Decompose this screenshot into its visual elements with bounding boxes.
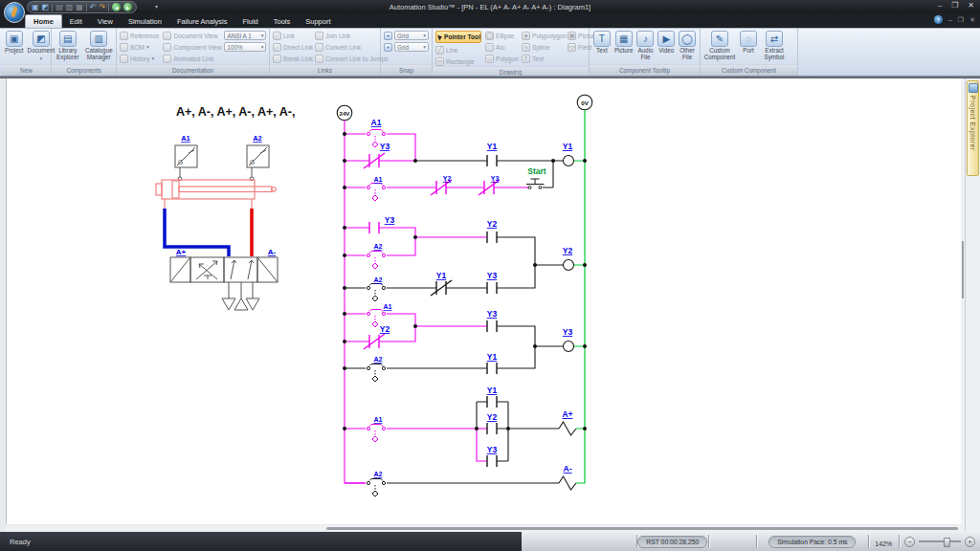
line-tool-button[interactable]: ╱Line: [435, 45, 481, 55]
svg-text:Y1: Y1: [487, 352, 498, 362]
zoom-slider[interactable]: [919, 540, 961, 542]
history-button[interactable]: History▾: [120, 54, 159, 63]
start-pushbutton[interactable]: [526, 179, 545, 189]
svg-text:Y3: Y3: [487, 271, 498, 280]
undo-icon[interactable]: ↶: [90, 4, 97, 11]
switch-a2-rung9: [367, 364, 385, 383]
document-dropdown-icon[interactable]: ▾: [40, 55, 43, 61]
coil-y3[interactable]: [564, 342, 574, 352]
component-view-button[interactable]: Component View: [163, 42, 220, 52]
tab-fluid[interactable]: Fluid: [234, 15, 265, 28]
grid-snap-select[interactable]: Grid▾: [394, 31, 429, 40]
redo-icon[interactable]: ↷: [100, 4, 106, 11]
project-explorer-tab[interactable]: Project Explorer: [967, 80, 979, 176]
tab-edit[interactable]: Edit: [62, 15, 90, 28]
coil-y2[interactable]: [564, 260, 574, 271]
diagram-canvas[interactable]: A+, A-, A+, A-, A+, A-, A1 G A2 G: [6, 78, 965, 524]
pointer-tool-button[interactable]: Pointer Tool: [435, 31, 481, 43]
qat-customize-icon[interactable]: ▾: [155, 3, 158, 10]
project-button[interactable]: ▣ Project: [5, 31, 24, 55]
animated-link-button[interactable]: Animated Link: [163, 54, 220, 63]
new-document-icon[interactable]: ▣: [32, 4, 39, 11]
simulation-stop-icon[interactable]: ◀: [112, 3, 121, 11]
svg-text:A2: A2: [374, 276, 383, 283]
help-icon[interactable]: ?: [934, 15, 943, 24]
coil-y1[interactable]: [564, 156, 574, 166]
save-icon[interactable]: ▤: [56, 4, 63, 11]
link-button[interactable]: ⋰Link: [273, 31, 311, 40]
zoom-in-button[interactable]: +: [965, 537, 975, 547]
horizontal-scrollbar[interactable]: [6, 525, 965, 532]
simulation-pace: Simulation Pace: 0.5 ms: [768, 536, 856, 548]
tooltip-text-button[interactable]: TText: [592, 31, 612, 55]
tooltip-other-file-button[interactable]: ◯Other File: [678, 31, 697, 61]
convert-link-button[interactable]: Convert Link: [315, 42, 380, 52]
doc-minimize-button[interactable]: –: [948, 16, 952, 23]
tooltip-picture-button[interactable]: ▦Picture: [613, 31, 635, 55]
print-icon[interactable]: ▦: [76, 4, 83, 11]
valve-5-2[interactable]: A+ A-: [170, 248, 278, 310]
close-button[interactable]: ✕: [968, 1, 974, 10]
zoom-select[interactable]: 100%▾: [224, 42, 266, 52]
reference-button[interactable]: Reference: [120, 31, 159, 40]
ribbon: ▣ Project ◩ Document ▾ New ▤ Library Exp…: [0, 28, 980, 76]
cylinder[interactable]: [156, 180, 276, 209]
minimize-button[interactable]: –: [938, 1, 942, 10]
direct-link-icon: ⋰: [273, 43, 281, 52]
custom-component-button[interactable]: ✎Custom Component: [703, 31, 736, 61]
maximize-button[interactable]: ❐: [951, 1, 958, 10]
doc-close-button[interactable]: ✕: [969, 16, 975, 24]
port-button[interactable]: ◌Port: [739, 31, 758, 55]
tooltip-video-button[interactable]: ▶Video: [657, 31, 676, 55]
svg-text:G: G: [178, 159, 183, 165]
tab-tools[interactable]: Tools: [266, 15, 299, 28]
zoom-out-button[interactable]: −: [904, 537, 915, 547]
history-icon: [120, 55, 128, 63]
open-document-icon[interactable]: ◩: [42, 4, 50, 11]
grid-snap-icon: +: [384, 32, 392, 40]
break-link-button[interactable]: ⋰Break Link: [273, 54, 311, 63]
simulation-run-icon[interactable]: ▶: [123, 3, 132, 11]
spline-tool-button[interactable]: ∿Spline: [522, 42, 564, 52]
tooltip-audio-button[interactable]: ♪Audio File: [636, 31, 656, 61]
rectangle-tool-button[interactable]: ▭Rectangle: [435, 56, 481, 66]
tab-view[interactable]: View: [90, 15, 121, 28]
catalogue-manager-button[interactable]: ▥ Catalogue Manager: [85, 31, 113, 61]
bom-button[interactable]: BOM▾: [120, 42, 159, 52]
solenoid-output-a-plus[interactable]: [559, 422, 576, 435]
sensor-switches[interactable]: [367, 130, 385, 497]
paper-size-select[interactable]: ANSI A 1▾: [224, 31, 266, 40]
library-explorer-button[interactable]: ▤ Library Explorer: [55, 31, 81, 61]
text-tool-button[interactable]: TText: [522, 54, 564, 63]
tab-support[interactable]: Support: [298, 15, 338, 28]
ellipse-tool-button[interactable]: ◯Ellipse: [485, 31, 518, 40]
polygon-tool-button[interactable]: ◇Polygon: [485, 54, 518, 63]
tab-simulation[interactable]: Simulation: [121, 15, 169, 28]
save-all-icon[interactable]: ▥: [66, 4, 74, 11]
doc-restore-button[interactable]: ❐: [958, 16, 964, 24]
contacts[interactable]: [364, 153, 500, 467]
group-label-new: New: [2, 64, 51, 76]
tab-home[interactable]: Home: [25, 14, 62, 28]
supply-0v[interactable]: 0V: [577, 95, 592, 110]
horizontal-scrollbar-thumb[interactable]: [326, 527, 958, 530]
document-button[interactable]: ◩ Document ▾: [28, 31, 56, 61]
zoom-slider-thumb[interactable]: [944, 538, 950, 547]
polypolygon-tool-button[interactable]: ◈Polypolygon: [522, 31, 564, 40]
tab-failure-analysis[interactable]: Failure Analysis: [169, 15, 235, 28]
supply-24v[interactable]: 24V: [337, 105, 352, 121]
grid-snap-row: + Grid▾: [384, 31, 429, 40]
extract-symbol-button[interactable]: ⇄Extract Symbol: [761, 31, 788, 61]
convert-link-to-jumps-button[interactable]: Convert Link to Jumps: [315, 54, 380, 63]
arc-tool-button[interactable]: ◠Arc: [485, 42, 518, 52]
sensor-a1[interactable]: A1 G: [175, 134, 197, 181]
join-link-button[interactable]: Join Link: [315, 31, 380, 40]
direct-link-button[interactable]: ⋰Direct Link: [273, 42, 311, 52]
solenoid-output-a-minus[interactable]: [559, 476, 576, 490]
field-icon: <>: [568, 43, 576, 52]
grid-display-select[interactable]: Grid▾: [394, 42, 429, 52]
app-logo-icon[interactable]: [4, 2, 25, 23]
document-view-button[interactable]: Document View: [163, 31, 220, 40]
sensor-a2[interactable]: A2 G: [247, 134, 269, 181]
zoom-level: 142%: [875, 540, 892, 547]
